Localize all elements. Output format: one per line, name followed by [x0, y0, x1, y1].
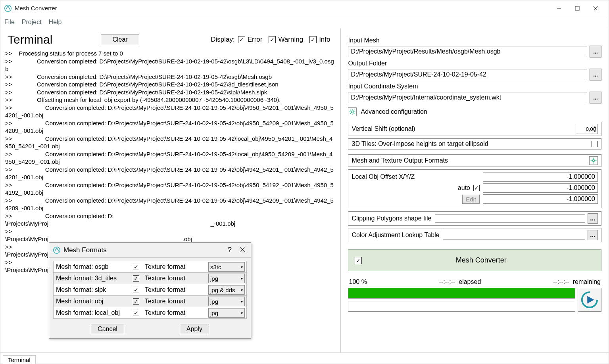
offset-x-field[interactable]: -1,000000: [483, 172, 598, 182]
vertical-shift-spinner[interactable]: 0,00 ▲▼: [576, 124, 598, 134]
filter-warning-label: Warning: [278, 36, 303, 44]
minimize-button[interactable]: [550, 2, 568, 15]
filter-error-label: Error: [248, 36, 263, 44]
texture-format-label: Texture format: [143, 296, 207, 307]
texture-format-label: Texture format: [143, 262, 207, 272]
dialog-help-button[interactable]: ?: [225, 246, 235, 254]
svg-point-17: [592, 159, 594, 161]
color-lut-label: Color Adjustment Lookup Table: [352, 232, 439, 239]
mesh-format-checkbox[interactable]: ✓: [133, 310, 139, 316]
advanced-config-label: Advanced configuration: [361, 108, 427, 115]
texture-format-label: Texture format: [143, 308, 207, 318]
terminal-line: >> Conversion completed: D:\Projects\MyP…: [5, 135, 335, 150]
output-folder-field[interactable]: D:/Projects/MyProject/SURE-24-10-02-19-0…: [348, 69, 587, 80]
mesh-formats-grid: Mesh format: osgb✓Texture formats3tc▾Mes…: [49, 258, 251, 322]
terminal-line: >> Conversion completed: D:\Projects\MyP…: [5, 80, 335, 88]
overimpose-row[interactable]: 3D Tiles: Over-impose heights on target …: [348, 138, 601, 149]
checkbox-icon: ✓: [309, 36, 317, 43]
offset-auto-label: auto: [352, 184, 470, 192]
mesh-format-label: Mesh format: 3d_tiles: [54, 273, 129, 284]
progress-fill: [348, 288, 575, 298]
svg-line-15: [350, 113, 351, 114]
mesh-format-row: Mesh format: osgb✓Texture formats3tc▾: [53, 261, 247, 273]
overimpose-checkbox[interactable]: [592, 141, 598, 147]
mesh-format-row: Mesh format: local_obj✓Texture formatjpg…: [53, 307, 247, 319]
offset-z-field[interactable]: -1,000000: [483, 194, 598, 204]
mesh-format-checkbox[interactable]: ✓: [133, 287, 139, 293]
mesh-format-label: Mesh format: osgb: [54, 262, 129, 272]
output-folder-browse-button[interactable]: ...: [590, 69, 601, 80]
menu-file[interactable]: File: [4, 19, 15, 26]
input-mesh-field[interactable]: D:/Projects/MyProject/Results/Mesh/osgb/…: [348, 46, 587, 57]
overimpose-label: 3D Tiles: Over-impose heights on target …: [352, 140, 592, 148]
color-lut-row: Color Adjustment Lookup Table ...: [348, 228, 601, 242]
menu-help[interactable]: Help: [49, 19, 62, 26]
color-lut-browse-button[interactable]: ...: [588, 230, 598, 240]
mesh-format-row: Mesh format: obj✓Texture formatjpg▾: [53, 295, 247, 307]
texture-format-dropdown[interactable]: jpg▾: [208, 308, 245, 318]
texture-format-dropdown[interactable]: jpg▾: [208, 297, 245, 306]
offset-y-field[interactable]: -1,000000: [483, 183, 598, 193]
menu-project[interactable]: Project: [22, 19, 42, 26]
log-area[interactable]: [348, 301, 575, 312]
window-title: Mesh Converter: [15, 5, 57, 11]
clipping-label: Clipping Polygons shape file: [352, 215, 431, 222]
menubar: File Project Help: [0, 16, 609, 28]
filter-error[interactable]: ✓ Error: [238, 36, 263, 44]
texture-format-dropdown[interactable]: s3tc▾: [208, 262, 245, 272]
clipping-browse-button[interactable]: ...: [588, 213, 598, 224]
mesh-format-label: Mesh format: obj: [54, 296, 129, 307]
footer-tabs: Terminal: [0, 353, 609, 364]
filter-info[interactable]: ✓ Info: [309, 36, 330, 44]
status-row: 100 % --:--:-- elapsed --:--:-- remainin…: [349, 278, 601, 285]
offset-auto-checkbox[interactable]: ✓: [473, 185, 480, 191]
application-window: Mesh Converter File Project Help Termina…: [0, 0, 609, 364]
texture-format-value: jpg & dds: [210, 287, 235, 293]
color-lut-field[interactable]: [443, 231, 585, 239]
terminal-line: >> Conversion completed: D:\Projects\MyP…: [5, 119, 335, 135]
input-mesh-label: Input Mesh: [348, 37, 601, 44]
terminal-line: >> Conversion completed: D:\Projects\MyP…: [5, 73, 335, 81]
coord-sys-browse-button[interactable]: ...: [590, 92, 601, 103]
footer-tab-terminal[interactable]: Terminal: [3, 355, 36, 364]
texture-format-dropdown[interactable]: jpg & dds▾: [208, 285, 245, 295]
vertical-shift-label: Vertical Shift (optional): [352, 125, 576, 132]
coord-sys-field[interactable]: D:/Projects/MyProject/Internal/coordinat…: [348, 92, 587, 103]
mesh-converter-toggle[interactable]: ✓ Mesh Converter: [348, 249, 601, 271]
output-folder-label: Output Folder: [348, 60, 601, 67]
dialog-title: Mesh Formats: [63, 246, 107, 254]
filter-warning[interactable]: ✓ Warning: [269, 36, 303, 44]
texture-format-dropdown[interactable]: jpg▾: [208, 274, 245, 283]
terminal-line: >> Offsetting mesh for local_obj export …: [5, 96, 335, 104]
progress-percent: 100 %: [349, 278, 367, 285]
clipping-row: Clipping Polygons shape file ...: [348, 211, 601, 226]
progress-bar: [348, 288, 575, 299]
mesh-format-checkbox[interactable]: ✓: [133, 275, 139, 282]
gear-icon[interactable]: [589, 156, 598, 165]
mesh-format-label: Mesh format: local_obj: [54, 308, 129, 318]
mesh-converter-checkbox[interactable]: ✓: [355, 257, 362, 264]
run-button[interactable]: [578, 288, 601, 312]
apply-button[interactable]: Apply: [180, 324, 209, 334]
cancel-button[interactable]: Cancel: [91, 324, 124, 334]
dialog-close-button[interactable]: [238, 246, 247, 254]
terminal-line: >> Conversion completed: D:: [5, 212, 335, 220]
terminal-line: >> Conversion completed: D:\Projects\MyP…: [5, 150, 335, 166]
formats-header-label: Mesh and Texture Output Formats: [352, 157, 589, 164]
offset-edit-button[interactable]: Edit: [462, 195, 480, 204]
offset-label: Local Obj Offset X/Y/Z: [352, 173, 480, 180]
mesh-format-checkbox[interactable]: ✓: [133, 264, 139, 270]
advanced-config-toggle[interactable]: Advanced configuration: [348, 107, 601, 116]
clear-button[interactable]: Clear: [101, 34, 139, 45]
config-panel: Input Mesh D:/Projects/MyProject/Results…: [341, 28, 609, 353]
input-mesh-browse-button[interactable]: ...: [590, 46, 601, 57]
texture-format-label: Texture format: [143, 285, 207, 295]
close-button[interactable]: [586, 2, 605, 15]
svg-line-13: [350, 110, 351, 111]
svg-line-16: [354, 110, 355, 111]
clipping-field[interactable]: [435, 214, 586, 223]
mesh-format-checkbox[interactable]: ✓: [133, 298, 139, 305]
elapsed-time: --:--:--: [439, 278, 455, 285]
terminal-line: \Projects\MyProj .obj: [5, 235, 335, 243]
maximize-button[interactable]: [568, 2, 586, 15]
